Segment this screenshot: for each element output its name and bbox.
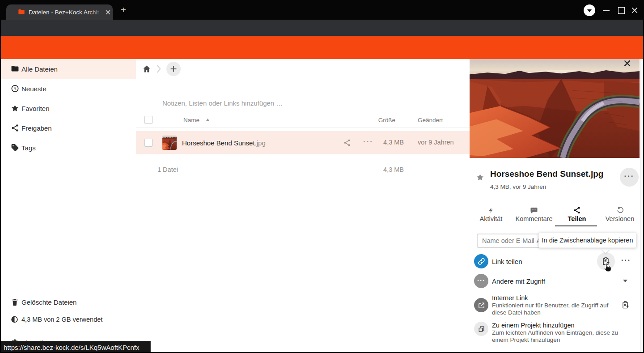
others-expand-caret-icon[interactable]	[623, 280, 627, 282]
external-link-icon	[478, 302, 485, 309]
tabs-divider	[470, 228, 640, 228]
window-frame-left	[0, 20, 1, 353]
tab-sharing[interactable]: Teilen	[555, 204, 598, 227]
file-checkbox[interactable]	[144, 139, 153, 147]
link-share-label: Link teilen	[492, 258, 522, 265]
file-row[interactable]: Horseshoe Bend Sunset.jpg ··· 4,3 MB vor…	[136, 131, 470, 154]
project-avatar	[474, 322, 488, 336]
link-chain-icon	[478, 258, 485, 265]
files-sidebar: Alle Dateien Neueste Favoriten Freigaben…	[0, 59, 136, 353]
sidebar-item-label: Favoriten	[21, 105, 50, 112]
tab-comments[interactable]: Kommentare	[513, 204, 555, 227]
activity-lightning-icon	[488, 206, 494, 214]
window-close-button[interactable]	[631, 7, 638, 13]
new-tab-button[interactable]: +	[118, 5, 129, 16]
project-description: Zum leichten Auffinden von Einträgen, di…	[492, 329, 626, 344]
sharing-icon	[573, 206, 581, 214]
file-extension: .jpg	[255, 139, 266, 147]
tab-close-icon[interactable]	[106, 10, 110, 15]
add-new-button[interactable]	[166, 62, 181, 76]
file-list-area: Notizen, Listen oder Links hinzufügen … …	[136, 59, 470, 353]
tab-label: Versionen	[598, 215, 641, 222]
project-title: Zu einem Projekt hinzufügen	[492, 322, 575, 329]
clock-icon	[11, 85, 19, 93]
active-tab-underline	[555, 225, 597, 226]
link-share-menu-kebab-icon[interactable]: ···	[621, 256, 631, 264]
row-share-icon[interactable]	[343, 139, 351, 147]
status-link-bubble: https://share.bez-kock.de/s/LKq5wAoftKPc…	[0, 341, 151, 353]
plus-icon	[170, 66, 177, 72]
screen: Dateien - Bez+Kock Archit + share.bez-ko…	[0, 0, 644, 353]
tab-activity[interactable]: Aktivität	[470, 204, 513, 227]
list-divider	[136, 127, 470, 128]
file-basename: Horseshoe Bend Sunset	[182, 139, 255, 147]
sidebar-item-label: Tags	[21, 144, 36, 152]
column-header-name[interactable]: Name	[183, 117, 199, 123]
browser-toolbar: share.bez-kock.de/apps/files/?dir=/&file…	[0, 20, 644, 36]
tab-favicon-folder-icon	[18, 9, 25, 16]
versions-history-icon	[616, 206, 624, 214]
share-icon	[11, 124, 19, 132]
projects-stacked-icon	[478, 326, 485, 332]
tab-label: Kommentare	[513, 215, 555, 222]
comments-icon	[530, 206, 538, 214]
column-header-size[interactable]: Größe	[353, 117, 395, 123]
others-avatar: ···	[474, 274, 488, 288]
breadcrumb-home-icon[interactable]	[142, 64, 151, 73]
total-size-summary: 4,3 MB	[362, 166, 404, 173]
window-maximize-button[interactable]	[618, 7, 625, 14]
file-size: 4,3 MB	[362, 139, 404, 146]
favorite-star-icon[interactable]	[476, 173, 484, 182]
sidebar-item-label: Alle Dateien	[21, 65, 58, 73]
panel-close-icon[interactable]	[624, 60, 631, 67]
sidebar-item-label: Neueste	[21, 85, 47, 93]
sidebar-item-tags[interactable]: Tags	[0, 138, 136, 157]
browser-titlebar: Dateien - Bez+Kock Archit +	[0, 0, 644, 20]
link-share-avatar	[474, 254, 488, 268]
quota-pie-icon	[11, 316, 18, 323]
trash-icon	[11, 298, 19, 306]
copy-internal-link-icon[interactable]	[621, 301, 630, 309]
sidebar-item-label: Gelöschte Dateien	[21, 298, 76, 306]
panel-actions-button[interactable]: ···	[620, 168, 639, 187]
panel-file-title: Horseshoe Bend Sunset.jpg	[490, 169, 603, 179]
file-thumbnail	[162, 136, 177, 150]
file-preview-image	[470, 59, 640, 158]
mouse-hand-cursor	[603, 263, 611, 272]
file-count-summary: 1 Datei	[157, 166, 178, 173]
titlebar-caret-button[interactable]	[584, 4, 595, 16]
window-minimize-button[interactable]	[603, 10, 610, 11]
tab-label: Teilen	[555, 215, 598, 222]
sidebar-item-all-files[interactable]: Alle Dateien	[0, 59, 136, 79]
file-name[interactable]: Horseshoe Bend Sunset.jpg	[182, 139, 266, 147]
panel-file-meta: 4,3 MB, vor 9 Jahren	[490, 183, 546, 190]
star-icon	[11, 104, 19, 113]
folder-icon	[11, 65, 19, 73]
tab-title-fade	[89, 4, 102, 20]
internal-link-avatar	[474, 298, 488, 312]
breadcrumb-chevron-icon	[156, 65, 162, 73]
sidebar-item-favorites[interactable]: Favoriten	[0, 98, 136, 118]
kebab-icon: ···	[624, 172, 635, 181]
caret-down-icon	[587, 9, 592, 12]
sidebar-item-recent[interactable]: Neueste	[0, 79, 136, 98]
tab-label: Aktivität	[470, 215, 513, 222]
sidebar-item-label: Freigaben	[21, 124, 52, 132]
tab-versions[interactable]: Versionen	[598, 204, 641, 227]
internal-link-title: Interner Link	[492, 294, 528, 302]
ellipsis-icon: ···	[477, 276, 485, 284]
file-modified: vor 9 Jahren	[418, 139, 454, 146]
sidebar-item-shares[interactable]: Freigaben	[0, 118, 136, 138]
nextcloud-header: 1I	[0, 36, 644, 59]
browser-tab[interactable]: Dateien - Bez+Kock Archit	[6, 4, 113, 20]
internal-link-description: Funktioniert nur für Benutzer, die Zugri…	[492, 302, 610, 316]
sidebar-quota: 4,3 MB von 2 GB verwendet	[0, 310, 136, 329]
select-all-checkbox[interactable]	[144, 116, 153, 124]
others-with-access-label: Andere mit Zugriff	[492, 277, 545, 285]
column-header-modified[interactable]: Geändert	[418, 117, 443, 123]
copy-tooltip: In die Zwischenablage kopieren	[538, 233, 636, 248]
quota-label: 4,3 MB von 2 GB verwendet	[21, 316, 102, 323]
workspace-placeholder[interactable]: Notizen, Listen oder Links hinzufügen …	[162, 99, 283, 107]
tag-icon	[11, 144, 19, 152]
sidebar-item-trash[interactable]: Gelöschte Dateien	[0, 292, 136, 312]
